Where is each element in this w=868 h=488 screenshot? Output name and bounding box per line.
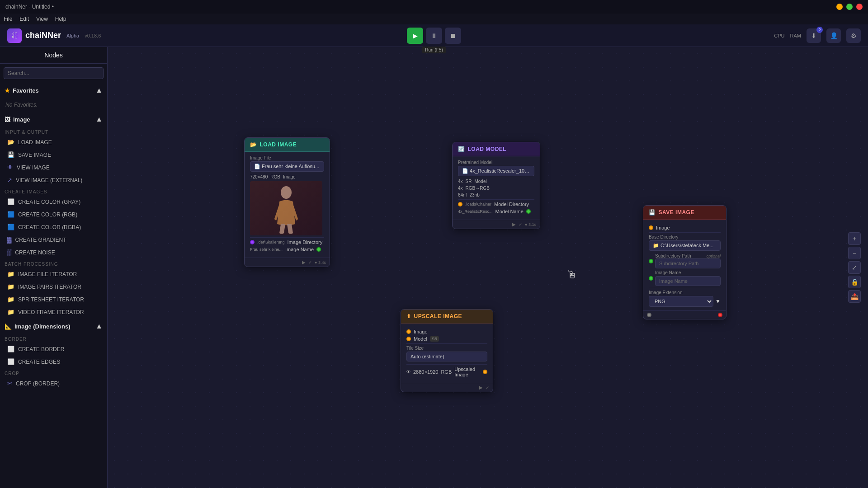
- canvas-area[interactable]: 📂 LOAD IMAGE Image File 📄 Frau sehr klei…: [108, 47, 868, 488]
- sidebar-item-create-rgb[interactable]: 🟦 CREATE COLOR (RGB): [2, 208, 105, 221]
- sidebar-item-crop-border-label: CROP (BORDER): [16, 380, 60, 387]
- sidebar-item-create-rgb-label: CREATE COLOR (RGB): [18, 211, 77, 218]
- favorites-section-header[interactable]: ★ Favorites ▲: [0, 83, 107, 98]
- model-name-port-row: 4x_RealisticResc... Model Name: [458, 209, 534, 214]
- sidebar-item-create-noise[interactable]: ▒ CREATE NOISE: [2, 246, 105, 258]
- save-footer-right-port[interactable]: [718, 313, 722, 317]
- run-stop-button[interactable]: ⏹: [445, 28, 461, 44]
- download-button[interactable]: ⬇ 2: [807, 28, 821, 43]
- upscale-image-in-port[interactable]: [406, 329, 411, 334]
- load-image-play-btn[interactable]: ▶: [302, 260, 306, 265]
- subdir-port[interactable]: [649, 259, 653, 263]
- load-model-check-btn[interactable]: ✓: [519, 222, 522, 227]
- pretrained-value: 📄 4x_RealisticRescaler_100...: [458, 166, 534, 176]
- save-image-node: 💾 SAVE IMAGE Image Base Directory 📁 C:\U…: [643, 205, 726, 319]
- chain-icon: ⛓: [11, 32, 18, 40]
- user-button[interactable]: 👤: [826, 28, 841, 43]
- create-border-icon: ⬜: [7, 346, 14, 352]
- upscale-divider: [406, 343, 487, 344]
- menu-file[interactable]: File: [4, 16, 12, 22]
- menu-view[interactable]: View: [36, 16, 48, 22]
- model-color-row: 4x RGB→RGB: [458, 186, 534, 191]
- image-preview: [250, 181, 322, 235]
- image-name-port-save[interactable]: [649, 276, 653, 281]
- image-name-save-input[interactable]: [655, 276, 721, 286]
- load-model-title: LOAD MODEL: [468, 146, 507, 152]
- save-image-in-port[interactable]: [649, 225, 653, 230]
- sidebar-item-create-rgba[interactable]: 🟦 CREATE COLOR (RGBA): [2, 221, 105, 233]
- sidebar-item-view-image[interactable]: 👁 VIEW IMAGE: [2, 161, 105, 174]
- favorites-star-icon: ★: [5, 87, 10, 94]
- run-pause-button[interactable]: ⏸: [426, 28, 442, 44]
- sidebar-item-create-edges[interactable]: ⬜ CREATE EDGES: [2, 356, 105, 368]
- upscale-image-label: Image: [414, 329, 428, 334]
- upscale-output-port[interactable]: [483, 370, 487, 374]
- image-section-header[interactable]: 🖼 Image ▲: [0, 112, 107, 127]
- zoom-in-button[interactable]: +: [848, 232, 861, 245]
- sidebar-item-create-rgba-label: CREATE COLOR (RGBA): [18, 224, 81, 230]
- image-dir-label: Image Directory: [288, 239, 323, 245]
- search-input[interactable]: [4, 67, 104, 79]
- sidebar-item-create-border[interactable]: ⬜ CREATE BORDER: [2, 343, 105, 355]
- model-dir-port-row: .loads\Chainer Model Directory: [458, 202, 534, 207]
- titlebar: chainNer - Untitled •: [0, 0, 868, 14]
- topbar-right: CPU RAM ⬇ 2 👤 ⚙: [774, 28, 861, 43]
- sidebar-item-create-gray[interactable]: ⬜ CREATE COLOR (GRAY): [2, 196, 105, 208]
- window-controls[interactable]: [836, 4, 863, 10]
- export-button[interactable]: 📤: [848, 290, 861, 303]
- sidebar-item-image-pairs-iter[interactable]: 📁 IMAGE PAIRS ITERATOR: [2, 281, 105, 293]
- zoom-out-button[interactable]: −: [848, 247, 861, 259]
- close-button[interactable]: [856, 4, 863, 10]
- load-image-footer: ▶ ✓ ● 3.4s: [245, 258, 330, 267]
- sidebar-item-create-gradient[interactable]: ▓ CREATE GRADIENT: [2, 234, 105, 246]
- image-name-port[interactable]: [316, 247, 321, 252]
- minimize-button[interactable]: [836, 4, 843, 10]
- sidebar-item-load-image[interactable]: 📂 LOAD IMAGE: [2, 136, 105, 148]
- model-nf: 64nf: [458, 192, 467, 197]
- run-play-button[interactable]: ▶: [407, 28, 423, 44]
- sidebar-item-view-image-external[interactable]: ↗ VIEW IMAGE (EXTERNAL): [2, 174, 105, 186]
- upscale-model-label: Model: [414, 336, 427, 342]
- upscale-model-in-port[interactable]: [406, 337, 411, 341]
- load-image-timer: ● 3.4s: [315, 260, 326, 265]
- fit-button[interactable]: ⤢: [848, 261, 861, 274]
- sidebar-item-sprite-iter-label: SPRITESHEET ITERATOR: [18, 296, 84, 303]
- load-image-check-btn[interactable]: ✓: [308, 260, 312, 265]
- sidebar-item-crop-border[interactable]: ✂ CROP (BORDER): [2, 377, 105, 389]
- sidebar-item-sprite-iter[interactable]: 📁 SPRITESHEET ITERATOR: [2, 293, 105, 305]
- image-ext-select[interactable]: PNG: [649, 296, 713, 307]
- view-image-icon: 👁: [7, 164, 13, 171]
- tile-size-select[interactable]: Auto (estimate): [406, 352, 487, 361]
- sidebar-item-save-image[interactable]: 💾 SAVE IMAGE: [2, 149, 105, 161]
- app-name: chaiNNer: [25, 31, 61, 40]
- menubar: File Edit View Help: [0, 14, 868, 24]
- menu-help[interactable]: Help: [55, 16, 66, 22]
- upscale-play-btn[interactable]: ▶: [479, 385, 483, 390]
- menu-edit[interactable]: Edit: [19, 16, 29, 22]
- upscale-output-dims: 2880×1920: [413, 369, 438, 375]
- sidebar-header: Nodes: [0, 47, 107, 64]
- image-info-row: 720×480 RGB Image: [250, 174, 324, 179]
- image-dimensions-section-header[interactable]: 📐 Image (Dimensions) ▲: [0, 319, 107, 334]
- maximize-button[interactable]: [846, 4, 853, 10]
- image-file-value: 📄 Frau sehr kleine Auflösu...: [250, 161, 324, 172]
- subdir-path-input[interactable]: [655, 258, 721, 268]
- model-dir-port[interactable]: [458, 202, 462, 206]
- file-icon: 📄: [254, 164, 260, 169]
- load-image-body: Image File 📄 Frau sehr kleine Auflösu...…: [245, 152, 330, 258]
- settings-button[interactable]: ⚙: [846, 28, 861, 43]
- load-model-footer: ▶ ✓ ● 3.1s: [453, 220, 540, 229]
- upscale-check-btn[interactable]: ✓: [486, 385, 489, 390]
- image-dir-port[interactable]: [250, 240, 255, 244]
- sprite-iter-icon: 📁: [7, 296, 14, 303]
- sidebar-item-image-file-iter[interactable]: 📁 IMAGE FILE ITERATOR: [2, 268, 105, 280]
- model-name-port[interactable]: [526, 209, 531, 214]
- image-section-collapse-icon: ▲: [95, 115, 103, 123]
- upscale-output-cs: RGB: [441, 369, 452, 375]
- model-name-label: Model Name: [495, 209, 524, 214]
- save-footer-left-port[interactable]: [647, 313, 651, 317]
- sidebar-item-video-iter[interactable]: 📁 VIDEO FRAME ITERATOR: [2, 306, 105, 318]
- load-model-play-btn[interactable]: ▶: [512, 222, 516, 227]
- lock-button[interactable]: 🔒: [848, 276, 861, 288]
- save-divider2: [649, 288, 721, 288]
